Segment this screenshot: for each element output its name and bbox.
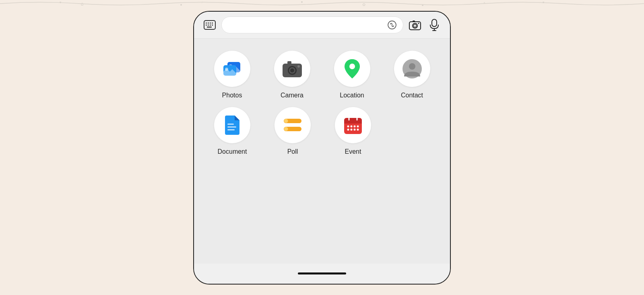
camera-top-icon[interactable] [407, 17, 423, 33]
camera-item[interactable]: Camera [266, 51, 318, 99]
svg-point-3 [422, 4, 423, 6]
svg-rect-50 [344, 121, 362, 124]
svg-rect-23 [413, 21, 415, 22]
svg-rect-14 [206, 25, 207, 26]
home-indicator-area [194, 264, 450, 284]
photos-label: Photos [222, 92, 242, 99]
event-item[interactable]: Event [327, 107, 379, 155]
document-label: Document [218, 148, 247, 155]
svg-rect-43 [227, 129, 235, 130]
svg-text:✿: ✿ [80, 2, 84, 6]
svg-rect-11 [208, 23, 209, 24]
svg-point-35 [290, 68, 294, 72]
svg-point-47 [284, 127, 288, 131]
attachment-grid: Photos Camera [194, 39, 450, 264]
svg-rect-36 [287, 61, 291, 64]
svg-rect-17 [212, 25, 213, 26]
grid-row-1: Photos Camera [206, 51, 438, 99]
svg-point-37 [297, 65, 300, 68]
contact-icon-circle [394, 51, 430, 87]
svg-point-38 [349, 64, 355, 69]
svg-rect-41 [227, 124, 234, 125]
svg-point-46 [284, 119, 288, 123]
phone-frame: Photos Camera [193, 11, 451, 285]
keyboard-icon[interactable] [202, 17, 217, 33]
svg-point-54 [351, 125, 353, 127]
svg-point-53 [347, 125, 349, 127]
svg-rect-18 [207, 27, 212, 28]
svg-point-24 [418, 23, 419, 24]
event-icon-circle [335, 107, 371, 143]
search-input[interactable] [221, 17, 403, 33]
svg-point-60 [357, 128, 359, 130]
contact-item[interactable]: Contact [386, 51, 438, 99]
sticker-icon [387, 20, 397, 30]
svg-point-4 [543, 2, 544, 3]
svg-text:✦: ✦ [483, 1, 486, 5]
svg-rect-13 [212, 23, 213, 24]
svg-rect-16 [210, 25, 211, 26]
location-label: Location [340, 92, 364, 99]
svg-rect-42 [227, 126, 236, 128]
svg-rect-15 [208, 25, 209, 26]
svg-point-56 [357, 125, 359, 127]
grid-row-2: Document Poll [206, 107, 438, 155]
svg-point-58 [351, 128, 353, 130]
svg-point-59 [354, 128, 356, 130]
photos-icon-circle [214, 51, 250, 87]
svg-text:♪: ♪ [201, 0, 203, 4]
poll-icon-circle [275, 107, 311, 143]
document-item[interactable]: Document [206, 107, 258, 155]
svg-rect-12 [210, 23, 211, 24]
svg-point-1 [180, 4, 182, 6]
svg-rect-25 [432, 19, 437, 27]
home-indicator [298, 272, 346, 274]
camera-icon-circle [274, 51, 310, 87]
svg-point-55 [354, 125, 356, 127]
svg-point-40 [409, 63, 415, 70]
photos-item[interactable]: Photos [206, 51, 258, 99]
svg-point-22 [414, 24, 417, 27]
svg-point-57 [347, 128, 349, 130]
location-item[interactable]: Location [326, 51, 378, 99]
poll-item[interactable]: Poll [266, 107, 319, 155]
camera-label: Camera [281, 92, 303, 99]
svg-rect-10 [206, 23, 207, 24]
contact-label: Contact [401, 92, 423, 99]
poll-label: Poll [287, 148, 298, 155]
document-icon-circle [214, 107, 250, 143]
svg-point-2 [301, 1, 303, 3]
svg-text:✿: ✿ [362, 2, 365, 7]
location-icon-circle [334, 51, 370, 87]
mic-icon[interactable] [427, 17, 442, 33]
event-label: Event [345, 148, 361, 155]
svg-point-0 [60, 2, 61, 3]
top-bar [194, 12, 450, 39]
